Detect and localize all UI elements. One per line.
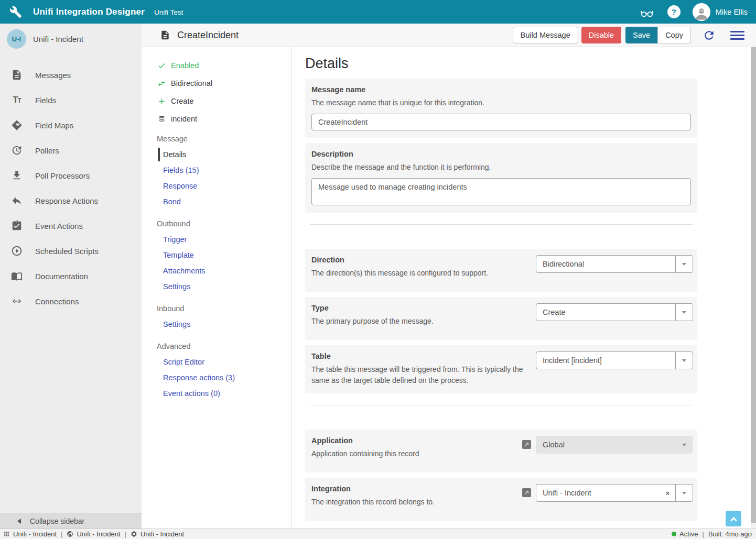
sidebar-item-scheduled-scripts[interactable]: Scheduled Scripts <box>0 238 142 263</box>
nav-item-response-actions[interactable]: Response actions (3) <box>142 370 291 386</box>
menu-hamburger-icon[interactable] <box>730 29 744 42</box>
sidebar-item-response-actions[interactable]: Response Actions <box>0 188 142 213</box>
open-record-icon[interactable] <box>522 488 531 497</box>
nav-item-fields[interactable]: Fields (15) <box>142 162 291 178</box>
sidebar-item-documentation[interactable]: Documentation <box>0 263 142 289</box>
integration-value: Unifi - Incident <box>536 489 665 497</box>
description-field-group: Description Describe the message and the… <box>305 143 697 213</box>
statusbar-context-integration[interactable]: Unifi - Incident <box>67 530 120 538</box>
sidebar-item-connections[interactable]: Connections <box>0 289 142 314</box>
direction-select[interactable]: Bidirectional <box>536 255 693 273</box>
application-select: Global <box>536 436 693 454</box>
context-label: Unifi - Incident <box>13 530 57 538</box>
nav-item-outbound-settings[interactable]: Settings <box>142 279 291 294</box>
nav-group-outbound: Outbound Trigger Template Attachments Se… <box>142 216 291 294</box>
sidebar-item-label: Fields <box>35 96 56 105</box>
separator: | <box>703 530 704 538</box>
check-icon <box>157 61 166 70</box>
statusbar-context-settings[interactable]: Unifi - Incident <box>131 530 184 538</box>
description-textarea[interactable]: Message used to manage creating incident… <box>311 178 691 205</box>
application-value: Global <box>536 441 675 449</box>
chevron-down-icon[interactable] <box>675 304 693 321</box>
chevron-down-icon[interactable] <box>675 256 693 272</box>
nav-item-attachments[interactable]: Attachments <box>142 263 291 279</box>
help-icon[interactable]: ? <box>667 5 681 18</box>
message-name-field-group: Message name The message name that is un… <box>305 79 697 138</box>
direction-value: Bidirectional <box>536 260 675 268</box>
sidebar-integration-header[interactable]: U-I Unifi - Incident <box>0 24 142 54</box>
refresh-icon[interactable] <box>703 29 716 42</box>
status-enabled: Enabled <box>142 57 291 74</box>
separator: | <box>61 530 62 538</box>
chevron-down-icon[interactable] <box>675 485 693 501</box>
field-map-icon <box>10 119 23 131</box>
nav-item-trigger[interactable]: Trigger <box>142 232 291 247</box>
user-avatar[interactable] <box>693 3 710 21</box>
connections-icon <box>10 295 23 307</box>
table-value: Incident [incident] <box>536 356 675 365</box>
preview-glasses-icon[interactable] <box>639 5 655 19</box>
nav-item-template[interactable]: Template <box>142 247 291 263</box>
collapse-label: Collapse sidebar <box>30 517 84 525</box>
scroll-to-top-button[interactable] <box>726 511 741 526</box>
vertical-scrollbar[interactable] <box>751 47 756 529</box>
nav-item-response[interactable]: Response <box>142 178 291 194</box>
nav-group-title: Inbound <box>142 301 291 316</box>
user-name: Mike Ellis <box>716 8 748 16</box>
clear-icon[interactable]: × <box>665 489 669 497</box>
statusbar-context-process[interactable]: Unifi - Incident <box>3 530 57 538</box>
scrollbar-thumb[interactable] <box>751 47 756 523</box>
disable-button[interactable]: Disable <box>581 27 621 43</box>
document-icon <box>10 69 23 81</box>
sidebar-item-label: Messages <box>35 71 71 80</box>
active-status-label: Active <box>679 530 698 538</box>
integration-select[interactable]: Unifi - Incident × <box>536 484 693 502</box>
save-button[interactable]: Save <box>625 27 657 43</box>
nav-item-script-editor[interactable]: Script Editor <box>142 354 291 370</box>
open-record-icon[interactable] <box>522 440 531 449</box>
section-divider <box>310 224 693 225</box>
copy-button[interactable]: Copy <box>657 27 691 43</box>
workspace-name: Unifi Test <box>154 8 183 16</box>
help-glyph: ? <box>672 7 676 16</box>
sidebar-item-event-actions[interactable]: Event Actions <box>0 213 142 238</box>
sidebar-item-messages[interactable]: Messages <box>0 62 142 87</box>
table-help: The table this message will be triggered… <box>311 364 537 386</box>
context-label: Unifi - Incident <box>141 530 184 538</box>
separator: | <box>125 530 126 538</box>
unifi-integration-designer-app: Unifi Integration Designer Unifi Test ? … <box>0 0 756 539</box>
sidebar-item-field-maps[interactable]: Field Maps <box>0 113 142 138</box>
nav-group-inbound: Inbound Settings <box>142 301 291 332</box>
play-circle-icon <box>10 245 23 257</box>
nav-group-title: Advanced <box>142 338 291 354</box>
nav-item-inbound-settings[interactable]: Settings <box>142 316 291 332</box>
sidebar-item-poll-processors[interactable]: Poll Processors <box>0 163 142 188</box>
text-fields-icon: TT <box>10 95 23 105</box>
status-label: Enabled <box>171 61 199 70</box>
page-title: CreateIncident <box>177 30 239 41</box>
collapse-sidebar-button[interactable]: Collapse sidebar <box>0 513 142 529</box>
status-type: Create <box>142 92 291 110</box>
status-label: Bidirectional <box>171 79 212 87</box>
nav-item-details[interactable]: Details <box>158 148 291 161</box>
message-name-label: Message name <box>311 85 691 94</box>
type-select[interactable]: Create <box>536 303 693 321</box>
grid-icon <box>3 531 10 537</box>
sidebar-item-fields[interactable]: TT Fields <box>0 87 142 113</box>
status-label: Create <box>171 97 194 105</box>
chevron-down-icon[interactable] <box>675 352 693 369</box>
table-select[interactable]: Incident [incident] <box>536 351 693 369</box>
application-field-group: Application Application containing this … <box>305 430 697 472</box>
type-value: Create <box>536 308 675 316</box>
description-help: Describe the message and the function it… <box>311 162 678 173</box>
section-divider <box>310 405 693 405</box>
build-message-button[interactable]: Build Message <box>513 27 578 43</box>
details-heading: Details <box>305 56 751 72</box>
nav-item-bond[interactable]: Bond <box>142 194 291 210</box>
message-name-help: The message name that is unique for this… <box>311 97 678 108</box>
message-name-input[interactable] <box>311 114 691 130</box>
wrench-logo-icon[interactable] <box>9 6 22 18</box>
sidebar-item-pollers[interactable]: Pollers <box>0 138 142 163</box>
nav-item-event-actions[interactable]: Event actions (0) <box>142 386 291 401</box>
integration-avatar: U-I <box>7 29 26 49</box>
